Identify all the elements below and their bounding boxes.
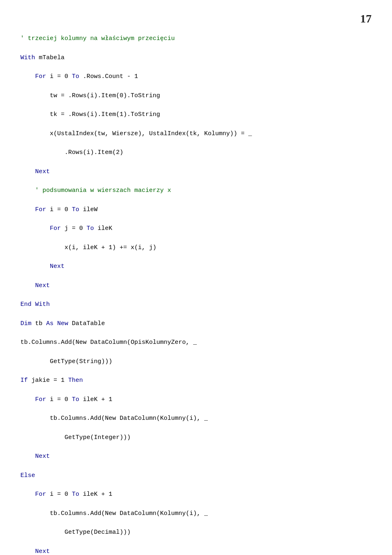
code-section-1: ' trzeciej kolumny na właściwym przecięc… — [20, 25, 372, 555]
line-14: Next — [20, 281, 372, 290]
line-8: Next — [20, 167, 372, 176]
line-19: If jakie = 1 Then — [20, 376, 372, 385]
line-2: With mTabela — [20, 53, 372, 62]
line-28: Next — [20, 547, 372, 555]
line-27: GetType(Decimal))) — [20, 528, 372, 537]
line-18: GetType(String))) — [20, 357, 372, 366]
line-12: x(i, ileK + 1) += x(i, j) — [20, 243, 372, 252]
line-20: For i = 0 To ileK + 1 — [20, 395, 372, 404]
line-4: tw = .Rows(i).Item(0).ToString — [20, 91, 372, 100]
line-23: Next — [20, 452, 372, 461]
line-3: For i = 0 To .Rows.Count - 1 — [20, 72, 372, 81]
page-number: 17 — [360, 12, 372, 25]
line-10: For i = 0 To ileW — [20, 205, 372, 214]
line-15: End With — [20, 300, 372, 309]
line-25: For i = 0 To ileK + 1 — [20, 490, 372, 499]
line-17: tb.Columns.Add(New DataColumn(OpisKolumn… — [20, 338, 372, 347]
line-24: Else — [20, 471, 372, 480]
line-9: ' podsumowania w wierszach macierzy x — [20, 186, 372, 195]
line-21: tb.Columns.Add(New DataColumn(Kolumny(i)… — [20, 414, 372, 423]
line-5: tk = .Rows(i).Item(1).ToString — [20, 110, 372, 119]
line-11: For j = 0 To ileK — [20, 224, 372, 233]
line-26: tb.Columns.Add(New DataColumn(Kolumny(i)… — [20, 509, 372, 518]
line-6: x(UstalIndex(tw, Wiersze), UstalIndex(tk… — [20, 129, 372, 138]
line-16: Dim tb As New DataTable — [20, 319, 372, 328]
line-1: ' trzeciej kolumny na właściwym przecięc… — [20, 34, 372, 43]
line-22: GetType(Integer))) — [20, 433, 372, 442]
line-7: .Rows(i).Item(2) — [20, 148, 372, 157]
line-13: Next — [20, 262, 372, 271]
